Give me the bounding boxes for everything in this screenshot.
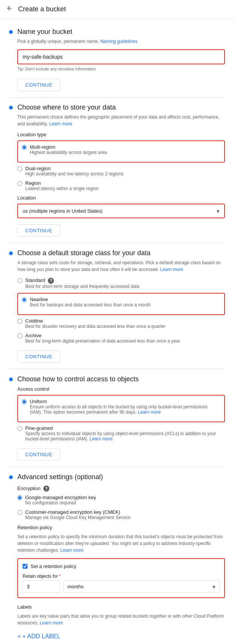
multi-region-radio[interactable] [22, 145, 27, 150]
fine-grained-desc: Specify access to individual objects by … [25, 431, 225, 442]
encryption-help-icon[interactable]: ? [43, 486, 49, 492]
location-select[interactable]: us (multiple regions in United States) e… [18, 204, 224, 218]
retention-learn-more-link[interactable]: Learn more [60, 548, 83, 553]
section-bullet-access [9, 377, 13, 461]
encryption-label: Encryption ? [17, 486, 225, 492]
multi-region-label: Multi-region [30, 144, 107, 150]
retain-unit-select[interactable]: days months years [64, 581, 219, 592]
customer-managed-label: Customer-managed encryption key (CMEK) [25, 509, 131, 515]
page-header: Create a bucket [0, 0, 234, 19]
storage-class-section: Choose a default storage class for your … [9, 243, 225, 369]
standard-radio[interactable] [17, 278, 22, 283]
encryption-section: Encryption ? Google-managed encryption k… [17, 486, 225, 521]
multi-region-box: Multi-region Highest availability across… [17, 140, 225, 163]
retention-desc: Set a retention policy to specify the mi… [17, 533, 225, 554]
location-section-desc: This permanent choice defines the geogra… [17, 114, 225, 127]
fine-grained-learn-more-link[interactable]: Learn more [90, 436, 113, 442]
bullet-dot-location [9, 106, 13, 110]
naming-guidelines-link[interactable]: Naming guidelines [100, 39, 138, 44]
set-retention-label[interactable]: Set a retention policy [31, 563, 76, 569]
retention-box: Set a retention policy Retain objects fo… [17, 558, 225, 598]
fine-grained-option: Fine-grained Specify access to individua… [17, 425, 225, 442]
region-radio[interactable] [17, 181, 22, 186]
name-desc-prefix: Pick a [17, 39, 31, 44]
storage-desc-text: A storage class sets costs for storage, … [17, 260, 221, 272]
customer-managed-radio[interactable] [17, 510, 22, 515]
back-button[interactable] [6, 5, 14, 14]
archive-radio[interactable] [17, 333, 22, 338]
nearline-radio[interactable] [22, 297, 27, 302]
name-section: Name your bucket Pick a globally unique,… [9, 22, 225, 97]
section-bullet-advanced [9, 475, 13, 642]
uniform-label-wrap: Uniform Ensure uniform access to all obj… [30, 399, 220, 415]
region-desc: Lowest latency within a single region [25, 186, 99, 191]
google-managed-label-wrap: Google-managed encryption key No configu… [25, 495, 96, 505]
location-continue-button[interactable]: CONTINUE [17, 224, 60, 237]
location-learn-more-link[interactable]: Learn more [49, 121, 72, 126]
section-bullet-name [9, 29, 13, 91]
dual-region-radio[interactable] [17, 166, 22, 171]
retain-value-input[interactable] [23, 580, 60, 593]
name-continue-button[interactable]: CONTINUE [17, 79, 60, 91]
dual-region-option: Dual-region High availability and low la… [17, 166, 225, 177]
encryption-label-text: Encryption [17, 486, 40, 491]
standard-help-icon[interactable]: ? [48, 278, 54, 284]
bullet-dot-advanced [9, 475, 13, 479]
uniform-learn-more-link[interactable]: Learn more [138, 410, 161, 415]
standard-option: Standard ? Best for short-term storage a… [17, 277, 225, 289]
dual-region-label-wrap: Dual-region High availability and low la… [25, 166, 124, 177]
advanced-section-title: Advanced settings (optional) [17, 473, 225, 481]
region-option: Region Lowest latency within a single re… [17, 180, 225, 191]
multi-region-option: Multi-region Highest availability across… [22, 144, 220, 155]
location-section-title: Choose where to store your data [17, 104, 225, 111]
coldline-label: Coldline [25, 318, 165, 324]
nearline-label-wrap: Nearline Best for backups and data acces… [30, 297, 151, 308]
labels-learn-more-link[interactable]: Learn more [40, 620, 63, 626]
retention-desc-text: Set a retention policy to specify the mi… [17, 534, 223, 553]
coldline-label-wrap: Coldline Best for disaster recovery and … [25, 318, 165, 329]
storage-class-continue-button[interactable]: CONTINUE [17, 350, 60, 363]
google-managed-option: Google-managed encryption key No configu… [17, 495, 225, 505]
bullet-dot-access [9, 378, 13, 381]
bucket-name-input[interactable] [17, 49, 225, 64]
google-managed-radio[interactable] [17, 495, 22, 500]
multi-region-label-wrap: Multi-region Highest availability across… [30, 144, 107, 155]
standard-label-wrap: Standard ? Best for short-term storage a… [25, 277, 139, 289]
add-label-button[interactable]: + + ADD LABEL [17, 631, 62, 642]
advanced-section-body: Advanced settings (optional) Encryption … [17, 473, 225, 642]
bullet-dot [9, 30, 13, 34]
fine-grained-radio[interactable] [17, 426, 22, 431]
storage-learn-more-link[interactable]: Learn more [160, 267, 183, 272]
multi-region-desc: Highest availability across largest area [30, 150, 107, 155]
dual-region-desc: High availability and low latency across… [25, 171, 124, 177]
nearline-option: Nearline Best for backups and data acces… [22, 297, 220, 308]
storage-class-desc: A storage class sets costs for storage, … [17, 259, 225, 273]
region-label-wrap: Region Lowest latency within a single re… [25, 180, 99, 191]
name-section-desc: Pick a globally unique, permanent name. … [17, 38, 225, 45]
section-bullet-storage [9, 251, 13, 363]
location-section-body: Choose where to store your data This per… [17, 104, 225, 237]
storage-class-title: Choose a default storage class for your … [17, 249, 225, 257]
set-retention-checkbox[interactable] [23, 564, 28, 569]
location-select-wrapper: us (multiple regions in United States) e… [17, 204, 225, 218]
labels-section: Labels Labels are key:value pairs that a… [17, 604, 225, 642]
location-desc-text: This permanent choice defines the geogra… [17, 114, 219, 126]
coldline-desc: Best for disaster recovery and data acce… [25, 324, 165, 329]
standard-desc: Best for short-term storage and frequent… [25, 284, 139, 289]
labels-label: Labels [17, 604, 225, 610]
retain-objects-row: Retain objects for * days months years ▼ [23, 574, 220, 593]
name-desc-suffix: , permanent name. [61, 39, 100, 44]
standard-label: Standard ? [25, 277, 139, 284]
uniform-radio[interactable] [22, 399, 27, 404]
retain-objects-label-text: Retain objects for [23, 574, 58, 579]
coldline-radio[interactable] [17, 319, 22, 324]
google-managed-desc: No configuration required [25, 500, 96, 505]
labels-desc: Labels are key:value pairs that allow yo… [17, 613, 225, 626]
retain-unit-select-wrapper: days months years ▼ [63, 580, 220, 593]
section-bullet-location [9, 105, 13, 237]
region-label: Region [25, 180, 99, 186]
retain-required-marker: * [59, 574, 61, 579]
access-continue-button[interactable]: CONTINUE [17, 448, 60, 461]
archive-desc: Best for long-term digital preservation … [25, 338, 180, 344]
fine-grained-label: Fine-grained [25, 425, 225, 431]
